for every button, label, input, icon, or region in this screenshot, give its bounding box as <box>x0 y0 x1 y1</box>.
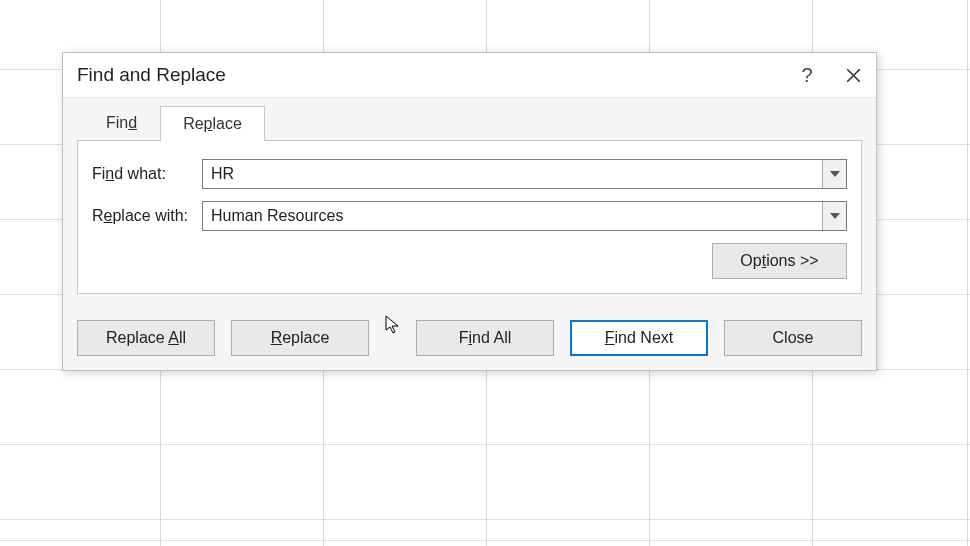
find-all-label: Find All <box>459 329 511 347</box>
close-button[interactable]: Close <box>724 320 862 356</box>
dialog-body: Find Replace Find what: Replace with: <box>63 97 876 370</box>
close-window-button[interactable] <box>830 53 876 97</box>
options-button[interactable]: Options >> <box>712 243 847 279</box>
find-what-row: Find what: <box>92 159 847 189</box>
help-button[interactable]: ? <box>784 53 830 97</box>
options-button-label: Options >> <box>740 252 818 270</box>
close-label: Close <box>773 329 814 347</box>
replace-button[interactable]: Replace <box>231 320 369 356</box>
find-next-label: Find Next <box>605 329 673 347</box>
close-icon <box>846 68 861 83</box>
find-next-button[interactable]: Find Next <box>570 320 708 356</box>
help-icon: ? <box>801 64 812 87</box>
replace-with-row: Replace with: <box>92 201 847 231</box>
replace-panel: Find what: Replace with: <box>77 140 862 294</box>
replace-all-button[interactable]: Replace All <box>77 320 215 356</box>
options-row: Options >> <box>92 243 847 279</box>
tab-strip: Find Replace <box>63 98 876 140</box>
chevron-down-icon <box>830 171 840 177</box>
dialog-title: Find and Replace <box>77 64 784 86</box>
replace-all-label: Replace All <box>106 329 186 347</box>
replace-with-combo <box>202 201 847 231</box>
replace-with-label: Replace with: <box>92 207 202 225</box>
tab-find-label: Find <box>106 114 137 131</box>
find-what-label: Find what: <box>92 165 202 183</box>
replace-with-input[interactable] <box>203 202 822 230</box>
tab-replace[interactable]: Replace <box>160 106 265 141</box>
find-what-combo <box>202 159 847 189</box>
find-replace-dialog: Find and Replace ? Find Replace Find wha… <box>62 52 877 371</box>
find-what-dropdown-button[interactable] <box>822 160 846 188</box>
find-what-input[interactable] <box>203 160 822 188</box>
tab-replace-label: Replace <box>183 115 242 132</box>
dialog-titlebar: Find and Replace ? <box>63 53 876 97</box>
replace-with-dropdown-button[interactable] <box>822 202 846 230</box>
find-all-button[interactable]: Find All <box>416 320 554 356</box>
tab-find[interactable]: Find <box>83 105 160 140</box>
dialog-button-row: Replace All Replace Find All Find Next C… <box>63 308 876 370</box>
replace-label: Replace <box>271 329 330 347</box>
chevron-down-icon <box>830 213 840 219</box>
